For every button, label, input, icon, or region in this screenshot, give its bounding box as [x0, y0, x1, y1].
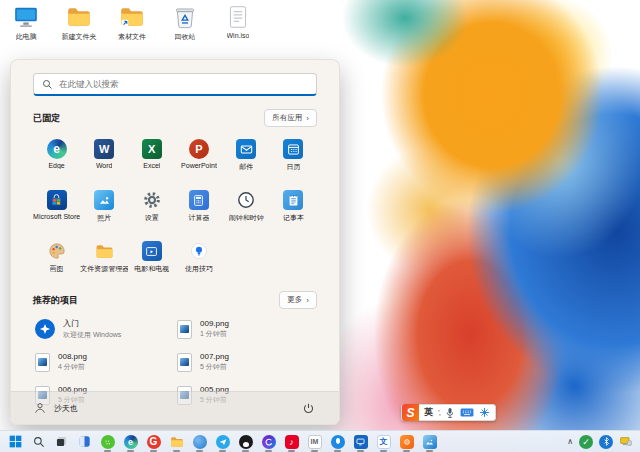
pinned-app-settings[interactable]: 设置 [128, 186, 175, 230]
image-file-icon [35, 353, 50, 372]
mail-icon [236, 139, 256, 159]
sogou-logo-icon[interactable]: S [402, 404, 419, 421]
system-tray: ∧ ✓ [567, 435, 632, 449]
pinned-app-notepad[interactable]: 记事本 [270, 186, 317, 230]
widgets-button[interactable] [77, 434, 92, 449]
desktop-icon-this-pc[interactable]: 此电脑 [4, 4, 48, 42]
qq-icon[interactable] [238, 434, 253, 449]
start-menu-footer: 沙天也 [11, 391, 339, 424]
edge-icon: e [47, 139, 67, 159]
user-name: 沙天也 [54, 403, 78, 414]
soft-keyboard-icon[interactable] [460, 407, 474, 418]
cloud-app-icon[interactable] [192, 434, 207, 449]
translate-app-icon[interactable]: 文 [376, 434, 391, 449]
photos-app-icon[interactable] [422, 434, 437, 449]
folder-icon [66, 4, 92, 30]
swirl-browser-app-icon[interactable] [261, 434, 276, 449]
pinned-header: 已固定 [33, 112, 60, 125]
file-explorer-icon[interactable] [169, 434, 184, 449]
pinned-app-store[interactable]: Microsoft Store [33, 186, 80, 230]
ime-language-mode[interactable]: 英 [424, 406, 433, 419]
ime-bar[interactable]: S 英 ’, [401, 404, 496, 421]
pinned-apps-grid: e Edge W Word X Excel P PowerPoint 邮件 [33, 135, 317, 281]
get-started-icon [35, 319, 55, 339]
taskbar-apps: e G ♪ IM 文 [0, 434, 437, 449]
calendar-icon [283, 139, 303, 159]
notepad-icon [283, 190, 303, 210]
desktop-icon-label: 此电脑 [16, 32, 37, 42]
movies-tv-icon [142, 241, 162, 261]
search-icon [42, 79, 53, 90]
store-icon [47, 190, 67, 210]
pinned-app-movies-tv[interactable]: 电影和电视 [128, 237, 175, 281]
bluetooth-icon[interactable] [599, 435, 613, 449]
g-app-icon[interactable]: G [146, 434, 161, 449]
paperplane-app-icon[interactable] [215, 434, 230, 449]
desktop-icon-folder-shortcut[interactable]: 素材文件 [110, 4, 154, 42]
orange-app-icon[interactable] [399, 434, 414, 449]
recommended-item-file[interactable]: 008.png4 分钟前 [33, 349, 175, 375]
all-apps-button[interactable]: 所有应用 › [264, 109, 317, 127]
more-label: 更多 [287, 295, 302, 305]
wechat-icon[interactable] [100, 434, 115, 449]
desktop-icon-iso-file[interactable]: Win.iso [216, 4, 260, 42]
taskbar: e G ♪ IM 文 ∧ ✓ [0, 430, 640, 452]
ime-toolbox-icon[interactable] [479, 407, 490, 418]
edge-icon[interactable]: e [123, 434, 138, 449]
pinned-app-mail[interactable]: 邮件 [223, 135, 270, 179]
image-file-icon [177, 353, 192, 372]
desktop-icon-label: 新建文件夹 [62, 32, 97, 42]
pinned-app-file-explorer[interactable]: 文件资源管理器 [80, 237, 128, 281]
more-button[interactable]: 更多 › [279, 291, 317, 309]
pinned-app-paint[interactable]: 画图 [33, 237, 80, 281]
user-profile-button[interactable]: 沙天也 [33, 401, 78, 415]
power-button[interactable] [300, 400, 317, 417]
recommended-header: 推荐的项目 [33, 294, 78, 307]
im-app-icon[interactable]: IM [307, 434, 322, 449]
pinned-app-calendar[interactable]: 日历 [270, 135, 317, 179]
computer-icon [13, 4, 39, 30]
desktop-screen: 此电脑 新建文件夹 素材文件 回收站 Win.iso 已固定 [0, 0, 640, 452]
pinned-app-alarms-clock[interactable]: 闹钟和时钟 [223, 186, 270, 230]
pinned-app-calculator[interactable]: 计算器 [175, 186, 222, 230]
desktop-icon-folder[interactable]: 新建文件夹 [57, 4, 101, 42]
task-view-button[interactable] [54, 434, 69, 449]
lamp-app-icon[interactable] [330, 434, 345, 449]
recommended-item-file[interactable]: 007.png5 分钟前 [175, 349, 317, 375]
settings-gear-icon [142, 190, 162, 210]
pinned-app-tips[interactable]: 使用技巧 [175, 237, 222, 281]
pinned-app-powerpoint[interactable]: P PowerPoint [175, 135, 222, 179]
tray-overflow-chevron-icon[interactable]: ∧ [567, 437, 573, 446]
remote-desktop-app-icon[interactable] [353, 434, 368, 449]
clock-icon [236, 190, 256, 210]
file-explorer-icon [94, 241, 114, 261]
recommended-item-get-started[interactable]: 入门欢迎使用 Windows [33, 316, 175, 342]
microphone-icon[interactable] [445, 407, 455, 419]
desktop-icons: 此电脑 新建文件夹 素材文件 回收站 Win.iso [4, 4, 260, 42]
powerpoint-icon: P [189, 139, 209, 159]
photos-icon [94, 190, 114, 210]
tips-bulb-icon [189, 241, 209, 261]
recommended-item-file[interactable]: 009.png1 分钟前 [175, 316, 317, 342]
image-file-icon [177, 320, 192, 339]
pinned-app-photos[interactable]: 照片 [80, 186, 128, 230]
music-app-icon[interactable]: ♪ [284, 434, 299, 449]
desktop-icon-recycle-bin[interactable]: 回收站 [163, 4, 207, 42]
excel-icon: X [142, 139, 162, 159]
desktop-icon-label: Win.iso [227, 32, 250, 39]
tray-pc-icon[interactable] [619, 435, 632, 448]
pinned-app-word[interactable]: W Word [80, 135, 128, 179]
taskbar-search-button[interactable] [31, 434, 46, 449]
paint-palette-icon [47, 241, 67, 261]
pinned-app-excel[interactable]: X Excel [128, 135, 175, 179]
all-apps-label: 所有应用 [272, 113, 302, 123]
ime-punctuation-indicator[interactable]: ’, [438, 408, 440, 417]
start-search-box[interactable] [33, 73, 317, 96]
chevron-right-icon: › [306, 114, 309, 123]
search-input[interactable] [59, 79, 308, 89]
tray-sync-icon[interactable]: ✓ [579, 435, 593, 449]
start-button[interactable] [8, 434, 23, 449]
pinned-app-edge[interactable]: e Edge [33, 135, 80, 179]
word-icon: W [94, 139, 114, 159]
recycle-bin-icon [172, 4, 198, 30]
